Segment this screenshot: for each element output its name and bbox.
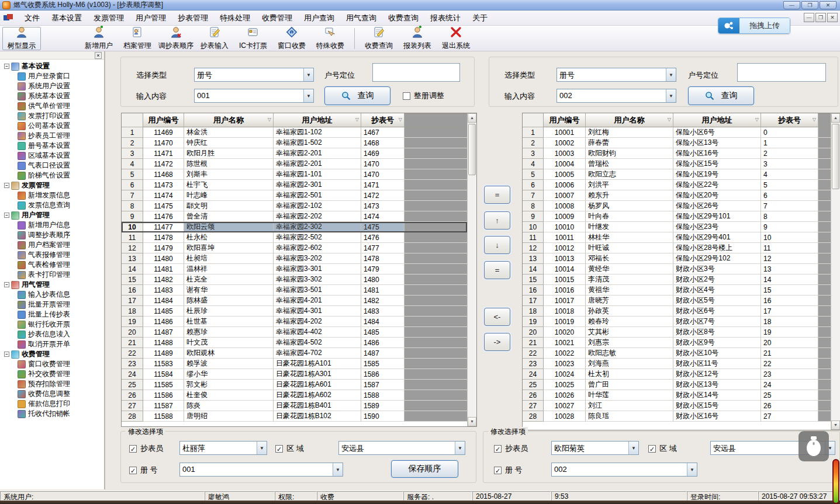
tree-item[interactable]: 抄表信息读入 [2,329,104,339]
table-cell[interactable]: 11474 [143,190,184,201]
left-type-combo[interactable]: 册号 ▼ [194,68,314,82]
table-cell[interactable]: 8 [761,211,818,222]
table-cell[interactable]: 11585 [143,380,184,390]
table-cell[interactable]: 杜永松 [184,232,274,243]
table-cell[interactable]: 幸福家园2-202 [274,211,361,222]
table-cell[interactable]: 23 [122,359,143,369]
table-cell[interactable]: 保险小区22号 [673,180,761,190]
header-cell[interactable]: 抄表号▽ [361,113,405,127]
table-cell[interactable]: 14 [761,274,818,285]
table-cell[interactable]: 1471 [361,180,405,190]
table-row[interactable]: 1911486杜世基幸福家园4-2021484 [122,317,467,327]
table-cell[interactable]: 财政小区4号 [673,285,761,296]
tree-item[interactable]: 收费信息调整 [2,389,104,399]
toolbar-button-11[interactable]: 退出系统 [437,27,475,50]
table-row[interactable]: 311471欧阳月胜幸福家园2-2011469 [122,148,467,159]
table-cell[interactable]: 20 [523,327,544,338]
table-cell[interactable]: 6 [761,190,818,201]
tree-group-3[interactable]: −用户管理 [2,210,104,220]
table-cell[interactable]: 叶志峰 [184,190,274,201]
right-type-combo[interactable]: 册号 ▼ [556,68,676,82]
header-cell[interactable]: 用户地址▽ [274,113,361,127]
left-reader-checkbox[interactable]: ✓ 抄表员 [129,443,163,454]
tree-item[interactable]: 银行托收开票 [2,319,104,329]
table-cell[interactable]: 10 [523,222,544,232]
move-right-button[interactable]: -> [484,333,510,351]
checkbox-icon[interactable]: ✓ [275,445,283,453]
left-area-combo[interactable]: 安远县 ▼ [338,441,465,455]
table-cell[interactable]: 1 [523,127,544,138]
move-left-button[interactable]: <- [484,308,510,326]
table-cell[interactable]: 保险小区29号102 [673,253,761,264]
tree-item[interactable]: 发票打印设置 [2,111,104,121]
expand-icon[interactable]: − [4,64,9,69]
table-row[interactable]: 2511585郭文彬日豪花园1栋A6011587 [122,380,467,390]
table-cell[interactable]: 刘江 [586,401,673,411]
table-cell[interactable]: 10011 [544,232,586,243]
table-cell[interactable]: 保险小区15号 [673,159,761,169]
tree-item[interactable]: 气表检修管理 [2,260,104,270]
table-cell[interactable]: 11488 [143,338,184,348]
table-cell[interactable]: 幸福家园3-302 [274,274,361,285]
mdi-close-button[interactable]: ✕ [827,13,838,22]
tree-item[interactable]: 取消开票开单 [2,339,104,349]
menu-item-5[interactable]: 抄表管理 [172,11,214,25]
table-cell[interactable]: 欧阳财钧 [586,148,673,159]
table-row[interactable]: 511468刘斯丰幸福家园1-1011470 [122,169,467,180]
table-row[interactable]: 711474叶志峰幸福家园2-5011472 [122,190,467,201]
chevron-down-icon[interactable]: ▼ [666,68,676,81]
table-cell[interactable]: 11471 [143,148,184,159]
table-cell[interactable]: 10024 [544,369,586,380]
table-cell[interactable]: 欧阳志敏 [586,348,673,359]
table-cell[interactable]: 财政小区9号 [673,338,761,348]
table-cell[interactable]: 11473 [143,180,184,190]
tree-item[interactable]: 批量开票管理 [2,300,104,310]
table-cell[interactable]: 1484 [361,317,405,327]
table-row[interactable]: 1511482杜克全幸福家园3-3021480 [122,274,467,285]
tree-item[interactable]: 公司基本设置 [2,121,104,131]
table-cell[interactable]: 艾其彬 [586,327,673,338]
table-cell[interactable]: 21 [523,338,544,348]
table-cell[interactable]: 11586 [143,390,184,401]
table-cell[interactable]: 1589 [361,401,405,411]
table-row[interactable]: 2810028陈良瑶财政小区16号27 [523,411,831,422]
tree-group-4[interactable]: −用气管理 [2,280,104,290]
table-row[interactable]: 1810018孙啟英财政小区6号17 [523,306,831,317]
table-cell[interactable]: 幸福家园4-702 [274,348,361,359]
header-cell[interactable]: 用户名称▽ [184,113,274,127]
tree-item[interactable]: 气表报修管理 [2,250,104,260]
expand-icon[interactable]: − [4,352,9,357]
chevron-down-icon[interactable]: ▼ [455,442,465,454]
table-cell[interactable]: 22 [122,348,143,359]
table-cell[interactable]: 幸福家园4-301 [274,306,361,317]
equal-top-button[interactable]: = [484,186,510,204]
table-cell[interactable]: 杜辰珍 [184,306,274,317]
table-cell[interactable]: 唐明绍 [184,411,274,422]
table-row[interactable]: 2811588唐明绍日豪花园1栋B1021590 [122,411,467,422]
table-cell[interactable]: 10006 [544,180,586,190]
table-row[interactable]: 610006刘洪平保险小区22号5 [523,180,831,190]
table-cell[interactable]: 10012 [544,243,586,253]
table-cell[interactable]: 财政小区16号 [673,411,761,422]
menu-item-12[interactable]: 关于 [466,11,493,25]
tree-item[interactable]: 批量上传抄表 [2,310,104,319]
header-cell[interactable] [523,113,544,127]
tree-group-2[interactable]: −发票管理 [2,180,104,190]
left-query-button[interactable]: 查询 [324,86,390,105]
table-row[interactable]: 611473杜宇飞幸福家园2-3011471 [122,180,467,190]
table-cell[interactable]: 2 [122,138,143,148]
table-cell[interactable]: 10015 [544,274,586,285]
toolbar-button-9[interactable]: 收费查询 [359,27,398,50]
table-cell[interactable]: 1478 [361,253,405,264]
right-table-scrollbar[interactable]: ▲ ▼ [831,113,840,430]
table-cell[interactable]: 11484 [143,296,184,306]
table-cell[interactable]: 10017 [544,296,586,306]
table-cell[interactable]: 财政小区12号 [673,369,761,380]
table-cell[interactable]: 1587 [361,380,405,390]
table-cell[interactable]: 10004 [544,159,586,169]
table-cell[interactable]: 保险小区13号 [673,138,761,148]
table-cell[interactable]: 11483 [143,285,184,296]
table-cell[interactable]: 欧阳月胜 [184,148,274,159]
minimize-button[interactable]: — [783,1,800,9]
table-cell[interactable]: 财政小区7号 [673,317,761,327]
